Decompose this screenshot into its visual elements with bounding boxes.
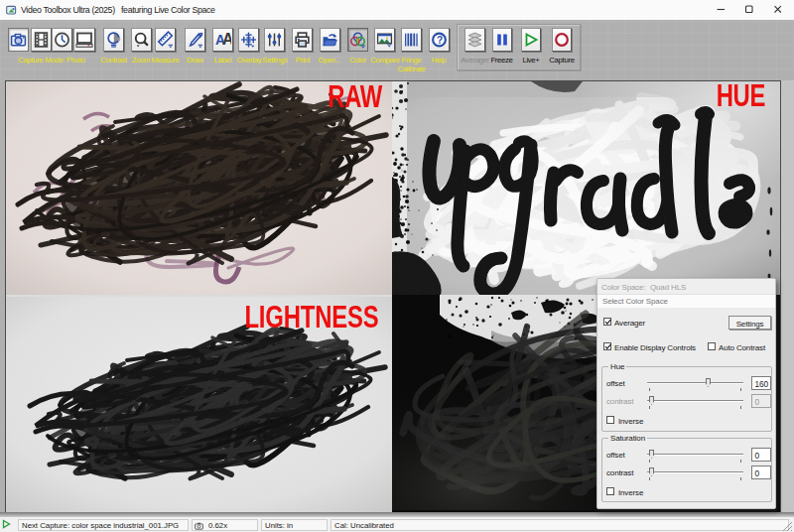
svg-text:A: A	[222, 31, 231, 48]
svg-text:?: ?	[436, 35, 442, 46]
